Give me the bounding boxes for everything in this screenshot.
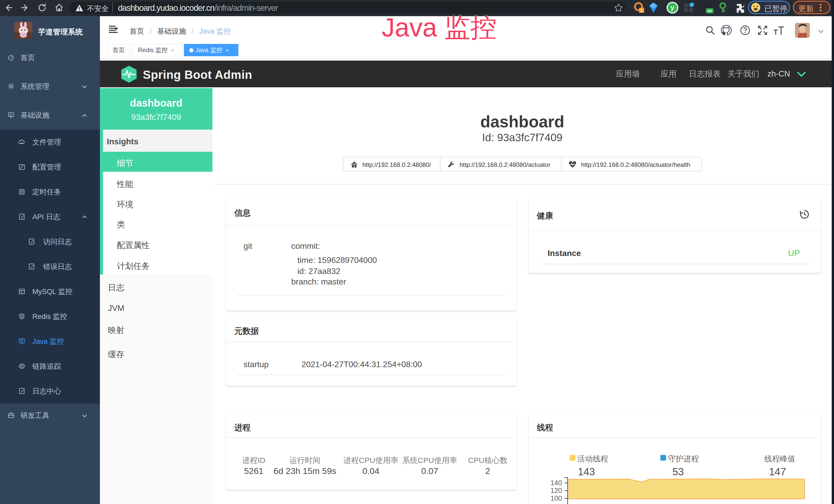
svg-text:100: 100 [550, 495, 562, 502]
svg-text:y: y [671, 4, 675, 11]
svg-text:1: 1 [641, 8, 643, 13]
svg-text:140: 140 [550, 479, 562, 487]
svg-text:on: on [707, 9, 712, 13]
svg-text:120: 120 [550, 487, 562, 495]
